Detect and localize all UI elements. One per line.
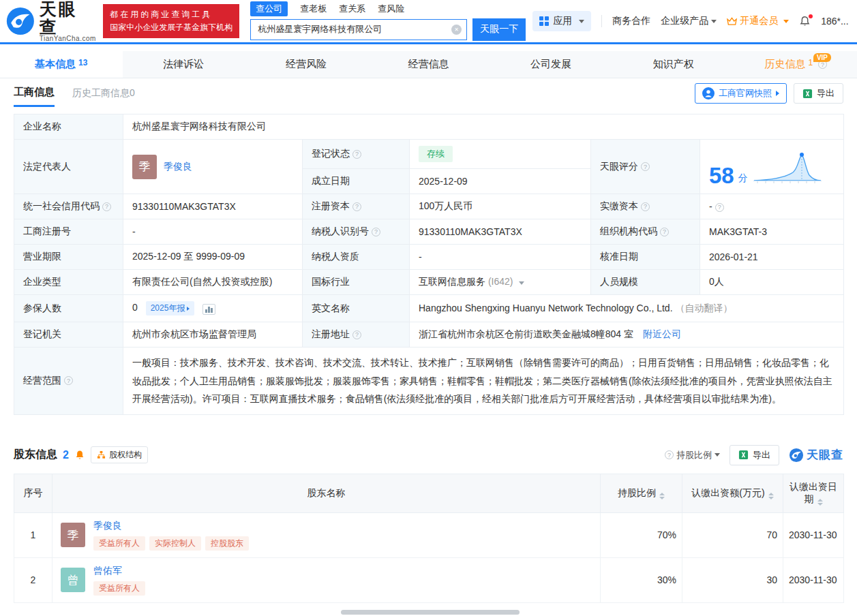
search-input[interactable] bbox=[250, 19, 467, 40]
score-unit: 分 bbox=[738, 172, 748, 186]
clear-search-icon[interactable] bbox=[451, 25, 462, 35]
col-amount-sort[interactable]: 认缴出资额(万元) bbox=[682, 474, 783, 512]
insured-count: 0 bbox=[132, 302, 138, 313]
help-icon[interactable] bbox=[660, 228, 669, 236]
english-name-value: Hangzhou Shengxing Huanyu Network Techno… bbox=[419, 303, 673, 313]
nearby-companies-link[interactable]: 附近公司 bbox=[643, 328, 681, 339]
shareholder-avatar[interactable]: 季 bbox=[61, 523, 85, 547]
vip-label: 开通会员 bbox=[740, 15, 778, 27]
watermark-text: 天眼查 bbox=[807, 447, 843, 463]
insured-cell: 0 2025年报 bbox=[123, 295, 303, 322]
user-account[interactable]: 186*... bbox=[821, 16, 848, 27]
divider bbox=[601, 15, 602, 27]
score-cell: 58 分 bbox=[700, 140, 844, 194]
taxpayer-id-value: 91330110MAK3GTAT3X bbox=[410, 219, 591, 245]
tab-label: 历史信息 bbox=[764, 58, 805, 71]
chevron-right-icon bbox=[187, 307, 190, 311]
export-button[interactable]: 导出 bbox=[794, 83, 843, 104]
slogan-line1: 都在用的商业查询工具 bbox=[110, 8, 232, 21]
tab-intellectual-property[interactable]: 知识产权 bbox=[612, 51, 735, 78]
search-button[interactable]: 天眼一下 bbox=[472, 18, 526, 41]
help-icon bbox=[665, 450, 674, 459]
english-name-cell: Hangzhou Shengxing Huanyu Network Techno… bbox=[410, 295, 844, 322]
notification-dot bbox=[809, 14, 813, 18]
taxpayer-qual-label: 纳税人资质 bbox=[303, 245, 410, 270]
menu-business-cooperation[interactable]: 商务合作 bbox=[612, 15, 650, 27]
help-icon[interactable] bbox=[372, 228, 380, 236]
shareholder-link[interactable]: 季俊良 bbox=[93, 520, 249, 532]
menu-enterprise-products[interactable]: 企业级产品 bbox=[661, 15, 717, 27]
ratio-filter-dropdown[interactable]: 持股比例 bbox=[665, 449, 720, 461]
amount-value: 70 bbox=[682, 512, 783, 557]
apps-menu[interactable]: 应用 bbox=[532, 11, 591, 31]
excel-icon bbox=[802, 89, 813, 99]
legal-rep-cell: 季 季俊良 bbox=[123, 140, 303, 194]
search-tab-relation[interactable]: 查关系 bbox=[339, 3, 365, 15]
tab-basic-info[interactable]: 基本信息 13 bbox=[0, 51, 123, 78]
annual-report-tag[interactable]: 2025年报 bbox=[146, 301, 195, 315]
col-date-sort[interactable]: 认缴出资日期 bbox=[783, 474, 844, 512]
legal-rep-avatar[interactable]: 季 bbox=[132, 155, 157, 179]
amount-value: 30 bbox=[682, 557, 783, 602]
tab-company-development[interactable]: 公司发展 bbox=[490, 51, 612, 78]
help-icon[interactable] bbox=[641, 202, 650, 211]
subtab-business-info[interactable]: 工商信息 bbox=[14, 86, 55, 107]
help-icon[interactable] bbox=[64, 376, 73, 385]
chevron-down-icon bbox=[711, 20, 717, 23]
subscribe-bell-icon[interactable] bbox=[74, 450, 85, 461]
help-icon[interactable] bbox=[641, 162, 650, 171]
org-code-value: MAK3GTAT-3 bbox=[700, 219, 844, 245]
authority-label: 登记机关 bbox=[14, 322, 123, 348]
ratio-filter-label: 持股比例 bbox=[676, 449, 712, 461]
tab-label: 公司发展 bbox=[530, 58, 571, 71]
address-cell: 浙江省杭州市余杭区仓前街道欧美金融城8幢804 室 附近公司 bbox=[410, 322, 844, 348]
brand-name: 天眼查 bbox=[40, 0, 96, 35]
shareholders-count: 2 bbox=[63, 449, 69, 461]
chevron-down-icon bbox=[783, 20, 789, 23]
equity-structure-button[interactable]: 股权结构 bbox=[91, 446, 148, 463]
tab-operation-risk[interactable]: 经营风险 bbox=[245, 51, 367, 78]
help-icon[interactable] bbox=[352, 150, 361, 159]
credit-code-value: 91330110MAK3GTAT3X bbox=[123, 194, 303, 219]
legal-rep-link[interactable]: 季俊良 bbox=[164, 161, 192, 173]
english-name-note: （自动翻译） bbox=[675, 303, 732, 313]
table-row: 2 曾 曾佑军 受益所有人 30% 30 2030-11-30 bbox=[14, 557, 844, 602]
company-type-label: 企业类型 bbox=[14, 270, 123, 295]
search-tab-boss[interactable]: 查老板 bbox=[300, 3, 327, 15]
chevron-down-icon bbox=[579, 20, 584, 23]
shareholder-cell: 季 季俊良 受益所有人 实际控制人 控股股东 bbox=[52, 512, 601, 557]
company-name-label: 企业名称 bbox=[14, 114, 123, 140]
scope-value: 一般项目：技术服务、技术开发、技术咨询、技术交流、技术转让、技术推广；互联网销售… bbox=[123, 348, 844, 415]
help-icon[interactable] bbox=[715, 203, 724, 212]
score-distribution-chart bbox=[752, 148, 823, 186]
notification-bell-icon[interactable] bbox=[799, 16, 811, 27]
official-snapshot-button[interactable]: 工商官网快照 bbox=[695, 83, 787, 104]
tab-label: 经营风险 bbox=[286, 58, 327, 71]
search-tab-risk[interactable]: 查风险 bbox=[378, 3, 404, 15]
help-icon[interactable] bbox=[102, 202, 111, 211]
shareholder-link[interactable]: 曾佑军 bbox=[93, 565, 145, 577]
menu-open-vip[interactable]: 开通会员 bbox=[727, 15, 789, 27]
industry-value[interactable]: 互联网信息服务 (I642) bbox=[410, 270, 591, 295]
chevron-right-icon bbox=[776, 91, 779, 96]
shareholders-table: 序号 股东名称 持股比例 认缴出资额(万元) 认缴出资日期 1 季 季俊良 受益… bbox=[14, 474, 844, 603]
help-icon[interactable] bbox=[352, 202, 361, 211]
tab-history-info[interactable]: VIP 历史信息 1 bbox=[734, 51, 857, 78]
search-tab-company[interactable]: 查公司 bbox=[250, 1, 288, 16]
shareholder-avatar[interactable]: 曾 bbox=[61, 568, 85, 592]
trend-chart-icon[interactable] bbox=[202, 304, 215, 315]
subtab-history-business-info[interactable]: 历史工商信息0 bbox=[72, 87, 135, 99]
horizontal-scrollbar[interactable] bbox=[0, 610, 857, 616]
tab-legal-litigation[interactable]: 法律诉讼 bbox=[123, 51, 245, 78]
scrollbar-thumb[interactable] bbox=[341, 610, 520, 615]
tianyancha-logo[interactable]: 天眼查 TianYanCha.com bbox=[5, 0, 96, 43]
tab-operation-info[interactable]: 经营信息 bbox=[367, 51, 490, 78]
col-ratio-sort[interactable]: 持股比例 bbox=[601, 474, 682, 512]
brand-domain: TianYanCha.com bbox=[40, 35, 96, 43]
chevron-down-icon[interactable] bbox=[519, 281, 524, 285]
shareholders-export-button[interactable]: 导出 bbox=[730, 445, 779, 465]
ratio-value: 70% bbox=[601, 512, 682, 557]
company-nav-tabs: 基本信息 13 法律诉讼 经营风险 经营信息 公司发展 知识产权 VIP 历史信… bbox=[0, 51, 857, 78]
help-icon[interactable] bbox=[352, 330, 361, 339]
business-term-label: 营业期限 bbox=[14, 245, 123, 270]
